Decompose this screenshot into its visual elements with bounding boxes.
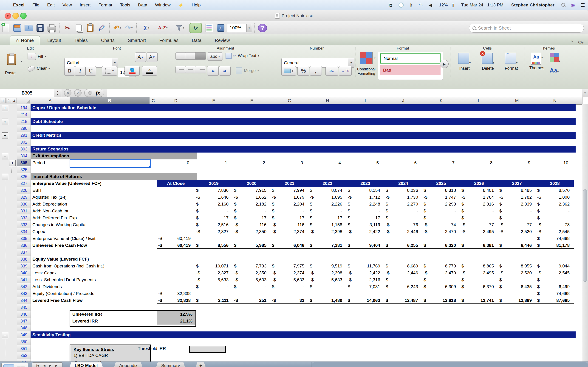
cell[interactable]: -$32,838 [157,297,195,304]
conditional-formatting-button[interactable]: ▾ [358,52,375,64]
cell[interactable]: -$5,633 [195,276,233,283]
volume-icon[interactable]: ◀ [426,2,435,8]
sheet-nav-buttons[interactable]: |◀◀▶▶| [32,362,62,367]
wrap-text-button[interactable]: ↩Wrap Text▾ [225,53,259,59]
cell[interactable]: $1,489 [309,297,346,304]
row-header-303[interactable]: 303 [17,146,31,153]
menu-item-format[interactable]: Format [95,2,116,7]
grow-font-button[interactable]: A▲ [135,52,146,62]
comma-format-button[interactable]: , [310,66,322,76]
add-sheet-button[interactable]: + [195,362,206,367]
cut-button[interactable]: ✂ [62,23,72,33]
year-header-2024[interactable]: 2024 [384,180,422,187]
cell[interactable]: $- [195,283,233,290]
font-color-button[interactable]: A [142,66,157,76]
cell[interactable]: $3,119 [346,221,384,228]
outline-expand-button[interactable]: + [9,160,16,166]
cell[interactable]: $8,485 [498,187,536,194]
menu-item-view[interactable]: View [59,2,76,7]
cell[interactable]: -$2,446 [384,228,422,235]
cell[interactable]: -$2,398 [309,228,346,235]
collapse-ribbon-icon[interactable]: ⌃ [570,40,574,45]
cell[interactable]: $2,362 [536,201,574,208]
outline-expand-button[interactable]: + [2,132,8,139]
help-button[interactable]: ? [258,23,268,33]
cell[interactable]: $2,248 [346,201,384,208]
copy-button[interactable] [74,23,84,33]
cell[interactable]: $6,370 [460,283,498,290]
cell[interactable]: $8,236 [384,187,422,194]
normal-view-button[interactable] [3,364,14,367]
cell[interactable]: -$2,374 [271,228,309,235]
cell[interactable]: -$1,747 [422,194,460,201]
name-box-stepper[interactable]: ▲▼ [54,89,61,97]
cell[interactable]: -$2,422 [346,269,384,276]
row-header-347[interactable]: 347 [17,318,31,325]
page-layout-view-button[interactable] [16,365,26,367]
confirm-entry-button[interactable]: ✓ [74,89,82,97]
cell[interactable]: $17 [195,215,233,221]
cell[interactable]: $87,665 [536,297,574,304]
row-header-338[interactable]: 338 [17,256,31,263]
cell[interactable]: -$74 [422,221,460,228]
shrink-font-button[interactable]: A▼ [147,52,157,62]
year-header-2027[interactable]: 2027 [498,180,536,187]
sheet-tab-summary[interactable]: Summary [156,362,186,367]
row-header-328[interactable]: 328 [17,187,31,194]
menu-item-insert[interactable]: Insert [76,2,95,7]
cell[interactable]: $- [460,215,498,221]
style-normal[interactable]: Normal [380,53,441,64]
outline-level-button-1[interactable]: 1 [1,98,6,103]
tab-charts[interactable]: Charts [95,36,121,45]
cell[interactable]: $1,158 [309,221,346,228]
threshold-irr-input[interactable] [189,346,226,353]
paste-button[interactable]: ▾ [6,53,15,64]
delete-cells-button[interactable]: ✕▾ Delete [477,53,499,71]
section-banner[interactable]: Sensitivity Testing [31,332,576,338]
cell[interactable]: $12,618 [422,297,460,304]
themes-button[interactable]: Aa▾ Themes [526,53,547,70]
cell[interactable]: $12,741 [460,297,498,304]
autosum-button[interactable]: Σ▾ [139,23,153,33]
row-header-330[interactable]: 330 [17,201,31,208]
cell[interactable]: -$2,520 [498,269,536,276]
cancel-entry-button[interactable]: ✕ [64,89,71,97]
cell[interactable]: -$116 [233,221,271,228]
cell[interactable]: 6 [384,159,417,166]
cell[interactable]: $- [498,215,536,221]
sort-button[interactable]: A↓Z▾ [155,23,171,33]
column-header-J[interactable]: J [384,97,422,105]
row-label[interactable]: Add: Dividends [32,283,62,290]
name-box[interactable]: B305 [0,89,54,97]
wifi-icon[interactable]: ◠ [416,2,426,8]
cell[interactable]: -$2,495 [460,269,498,276]
row-header-332[interactable]: 332 [17,215,31,222]
row-header-291[interactable]: 291 [17,132,31,139]
section-banner[interactable]: Credit Metrics [31,132,576,139]
cell[interactable]: -$116 [271,221,309,228]
cell[interactable]: -$32 [271,297,309,304]
cell[interactable]: -$60,419 [157,242,195,249]
vertical-scrollbar-thumb[interactable] [583,190,587,282]
cell[interactable]: 1 [195,159,227,166]
tab-tables[interactable]: Tables [69,36,94,45]
cell[interactable]: $12,487 [384,297,422,304]
row-header-215[interactable]: 215 [17,118,31,125]
row-header-304[interactable]: 304 [17,152,31,160]
cell[interactable]: $6,255 [384,242,422,249]
cell[interactable]: $8,556 [195,242,233,249]
cell[interactable]: $8,689 [384,263,422,269]
cell[interactable]: 2 [233,159,265,166]
decrease-indent-button[interactable]: ⇐ [207,66,219,76]
cell[interactable]: -$1,662 [233,194,271,201]
cell[interactable]: 7 [422,159,455,166]
row-label[interactable]: Equity Value (Levered FCF) [32,256,89,263]
cell[interactable]: $- [271,208,309,215]
row-header-353[interactable]: 353 [17,359,31,361]
formula-builder-launcher[interactable]: fx [84,89,104,97]
row-header-325[interactable]: 325 [17,166,31,173]
column-header-H[interactable]: H [309,97,346,105]
row-label[interactable]: Equity (Contribution) / Proceeds [32,290,94,297]
cell[interactable]: -$1,764 [460,194,498,201]
row-label[interactable]: Enterprise Value (Unlevered FCF) [32,180,102,187]
